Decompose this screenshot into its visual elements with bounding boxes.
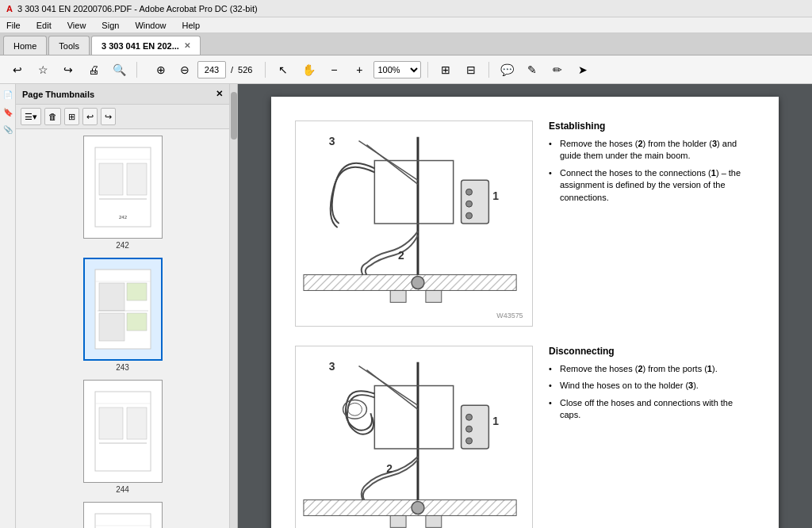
- page-number-input[interactable]: [197, 61, 226, 78]
- main-layout: 📄 🔖 📎 Page Thumbnails ✕ ☰▾ 🗑 ⊞ ↩ ↪: [0, 84, 812, 528]
- sidebar-menu-btn[interactable]: ☰▾: [21, 108, 41, 125]
- thumb-img-245: [83, 502, 163, 528]
- diagram-top: 3 1: [295, 121, 533, 327]
- svg-rect-43: [304, 500, 516, 516]
- diagram-bottom-container: 3 1: [295, 346, 533, 528]
- svg-rect-39: [426, 290, 442, 302]
- svg-point-52: [466, 414, 473, 420]
- menu-help[interactable]: Help: [179, 19, 204, 32]
- pdf-page: 3 1: [271, 97, 779, 528]
- star-button[interactable]: ☆: [32, 59, 54, 80]
- svg-text:242: 242: [118, 215, 127, 220]
- disconnecting-text: Disconnecting Remove the hoses (2) from …: [549, 346, 755, 528]
- comment-button[interactable]: 💬: [496, 59, 518, 80]
- tab-tools[interactable]: Tools: [48, 36, 90, 55]
- svg-point-33: [466, 201, 473, 207]
- svg-rect-12: [127, 313, 147, 331]
- fit-page-button[interactable]: ⊞: [435, 59, 457, 80]
- thumb-label-242: 242: [116, 241, 129, 250]
- svg-point-57: [412, 502, 424, 515]
- bookmark-button[interactable]: ↪: [57, 59, 79, 80]
- svg-rect-38: [390, 290, 406, 302]
- svg-rect-18: [95, 514, 151, 528]
- tabbar: Home Tools 3 303 041 EN 202... ✕: [0, 33, 812, 55]
- page-down-button[interactable]: ⊖: [174, 59, 196, 80]
- thumb-img-244: [83, 380, 163, 483]
- svg-text:W43575: W43575: [496, 312, 523, 319]
- sidebar-header: Page Thumbnails ✕: [16, 84, 229, 105]
- back-button[interactable]: ↩: [6, 59, 29, 80]
- thumbnail-243[interactable]: 243: [19, 258, 226, 372]
- svg-rect-11: [127, 283, 147, 300]
- svg-text:3: 3: [329, 360, 335, 373]
- sidebar-redo-btn[interactable]: ↪: [101, 108, 116, 125]
- svg-text:3: 3: [329, 135, 335, 147]
- svg-rect-58: [390, 515, 406, 527]
- sidebar-content: 242 242 243: [16, 129, 229, 528]
- establishing-section: 3 1: [295, 121, 755, 330]
- svg-point-34: [466, 212, 473, 219]
- sidebar-title: Page Thumbnails: [22, 90, 94, 99]
- svg-rect-59: [426, 515, 442, 527]
- cursor-tool[interactable]: ↖: [272, 59, 294, 80]
- thumbnail-242[interactable]: 242 242: [19, 136, 226, 250]
- tab-close-icon[interactable]: ✕: [184, 41, 190, 50]
- svg-rect-2: [99, 163, 123, 195]
- print-button[interactable]: 🖨: [82, 59, 105, 80]
- sidebar-scrollbar[interactable]: [230, 84, 238, 528]
- menu-view[interactable]: View: [64, 19, 90, 32]
- scroll-handle[interactable]: [231, 92, 237, 140]
- disconnecting-bullet-1: Remove the hoses (2) from the ports (1).: [549, 363, 755, 375]
- sidebar-delete-btn[interactable]: 🗑: [44, 108, 61, 125]
- toolbar: ↩ ☆ ↪ 🖨 🔍 ⊕ ⊖ / 526 ↖ ✋ − + 100% 75% 125…: [0, 55, 812, 84]
- svg-rect-9: [99, 313, 124, 341]
- pdf-area[interactable]: 3 1: [238, 84, 812, 528]
- sidebar: Page Thumbnails ✕ ☰▾ 🗑 ⊞ ↩ ↪: [16, 84, 230, 528]
- page-nav-icon[interactable]: 📄: [1, 87, 15, 101]
- menu-window[interactable]: Window: [132, 19, 169, 32]
- svg-rect-3: [127, 163, 147, 195]
- hand-tool[interactable]: ✋: [297, 59, 320, 80]
- page-total: 526: [238, 65, 252, 75]
- highlight-button[interactable]: ✏: [546, 59, 569, 80]
- sidebar-layout-btn[interactable]: ⊞: [64, 108, 79, 125]
- sidebar-toolbar: ☰▾ 🗑 ⊞ ↩ ↪: [16, 105, 229, 129]
- disconnecting-bullet-3: Close off the hoses and connections with…: [549, 397, 755, 422]
- menu-edit[interactable]: Edit: [33, 19, 55, 32]
- svg-text:1: 1: [492, 189, 499, 202]
- sidebar-undo-btn[interactable]: ↩: [82, 108, 98, 125]
- thumb-img-242: 242: [83, 136, 163, 239]
- titlebar-text: 3 303 041 EN 20200706.PDF - Adobe Acroba…: [17, 4, 258, 13]
- sidebar-close-icon[interactable]: ✕: [216, 89, 223, 99]
- zoom-in-button[interactable]: +: [348, 59, 370, 80]
- separator-2: [265, 62, 266, 78]
- menu-sign[interactable]: Sign: [98, 19, 122, 32]
- svg-point-32: [466, 189, 473, 195]
- separator-1: [136, 62, 137, 78]
- establishing-bullets: Remove the hoses (2) from the holder (3)…: [549, 138, 755, 204]
- svg-point-54: [466, 438, 473, 444]
- zoom-out-button[interactable]: −: [323, 59, 345, 80]
- svg-rect-25: [304, 275, 516, 291]
- disconnecting-bullet-2: Wind the hoses on to the holder (3).: [549, 380, 755, 392]
- establishing-bullet-1: Remove the hoses (2) from the holder (3)…: [549, 138, 755, 163]
- page-up-button[interactable]: ⊕: [150, 59, 172, 80]
- bookmark-icon[interactable]: 🔖: [1, 105, 15, 119]
- svg-text:1: 1: [492, 415, 499, 427]
- menu-file[interactable]: File: [3, 19, 24, 32]
- pen-button[interactable]: ✎: [521, 59, 543, 80]
- establishing-title: Establishing: [549, 121, 755, 132]
- thumb-label-243: 243: [116, 363, 129, 372]
- left-icons-panel: 📄 🔖 📎: [0, 84, 16, 528]
- share-button[interactable]: ➤: [572, 59, 594, 80]
- svg-point-53: [466, 426, 473, 432]
- thumb-label-244: 244: [116, 485, 129, 494]
- zoom-select[interactable]: 100% 75% 125% 150%: [373, 61, 421, 78]
- search-button[interactable]: 🔍: [108, 59, 130, 80]
- tab-document[interactable]: 3 303 041 EN 202... ✕: [91, 36, 201, 55]
- attachment-icon[interactable]: 📎: [1, 122, 15, 136]
- thumbnail-245[interactable]: 245: [19, 502, 226, 528]
- fit-width-button[interactable]: ⊟: [460, 59, 482, 80]
- tab-home[interactable]: Home: [3, 36, 47, 55]
- thumbnail-244[interactable]: 244: [19, 380, 226, 494]
